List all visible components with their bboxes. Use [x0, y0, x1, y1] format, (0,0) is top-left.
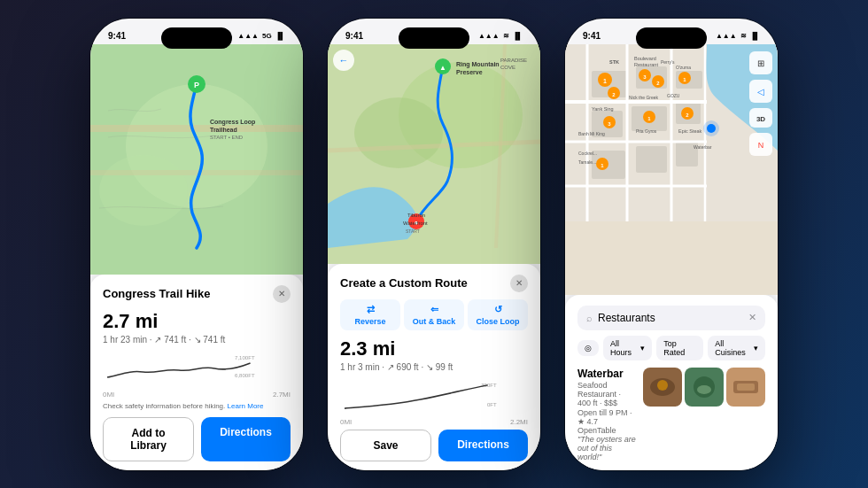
restaurant-images [643, 368, 765, 407]
svg-text:6,800FT: 6,800FT [235, 373, 255, 378]
svg-text:Nick the Greek: Nick the Greek [629, 95, 659, 100]
cuisine-filter[interactable]: All Cuisines ▾ [708, 336, 765, 360]
restaurant-map: 1 2 3 2 1 3 1 2 1 [565, 44, 778, 295]
route-header: Create a Custom Route ✕ [340, 275, 528, 292]
signal-icon-1: ▲▲▲ [237, 32, 259, 40]
svg-text:O'zuma: O'zuma [676, 65, 691, 70]
restaurant-hours-rating: Open till 9 PM · ★ 4.7 OpenTable [577, 408, 636, 435]
phone-1: 9:41 ▲▲▲ 5G ▐▌ [90, 19, 303, 470]
search-bar[interactable]: ⌕ Restaurants ✕ [577, 306, 765, 330]
svg-text:Tamale...: Tamale... [578, 159, 596, 165]
close-loop-tab[interactable]: ↺ Close Loop [468, 299, 528, 330]
close-button-2[interactable]: ✕ [510, 275, 528, 292]
safety-text-1: Check safety information before hiking. … [103, 402, 291, 410]
svg-text:Preserve: Preserve [456, 69, 483, 75]
svg-point-66 [703, 120, 719, 136]
svg-text:START: START [406, 229, 420, 234]
status-icons-2: ▲▲▲ ≋ ▐▌ [478, 32, 523, 40]
svg-text:P: P [194, 81, 199, 89]
svg-text:◁: ◁ [757, 87, 764, 97]
bottom-sheet-2: Create a Custom Route ✕ ⇄ Reverse ⇐ Out … [328, 264, 540, 470]
location-icon: ◎ [585, 344, 592, 352]
svg-text:STK: STK [609, 59, 619, 65]
custom-route-map: ▲ ● Ring Mountain Preserve Tiburon Water… [328, 44, 540, 264]
stats-display-1: 1 hr 23 min · ↗ 741 ft · ↘ 741 ft [103, 335, 291, 345]
chevron-icon-1: ▾ [640, 344, 645, 352]
result-card-waterbar[interactable]: Waterbar Seafood Restaurant · 400 ft · $… [577, 368, 765, 461]
bottom-sheet-3: ⌕ Restaurants ✕ ◎ All Hours ▾ Top Rated … [565, 295, 778, 470]
svg-text:COVE: COVE [500, 65, 515, 70]
map-svg-2: ▲ ● Ring Mountain Preserve Tiburon Water… [328, 44, 540, 248]
search-icon: ⌕ [586, 313, 593, 323]
directions-button-1[interactable]: Directions [201, 417, 291, 461]
learn-more-link[interactable]: Learn More [228, 402, 264, 410]
restaurant-name: Waterbar [577, 368, 636, 380]
add-to-library-button[interactable]: Add to Library [103, 417, 194, 461]
wifi-icon-3: ≋ [740, 32, 747, 40]
out-back-tab[interactable]: ⇐ Out & Back [404, 299, 464, 330]
chart-svg-2: 300FT 0FT [340, 379, 528, 414]
main-scene: 9:41 ▲▲▲ 5G ▐▌ [0, 0, 868, 488]
chart-svg-1: 7,100FT 6,800FT [103, 352, 291, 387]
network-icon-1: 5G [262, 32, 272, 40]
svg-text:0FT: 0FT [487, 402, 497, 407]
phone-2: 9:41 ▲▲▲ ≋ ▐▌ [328, 19, 540, 470]
restaurant-type: Seafood Restaurant · 400 ft · $$$ [577, 381, 636, 407]
out-back-icon: ⇐ [430, 304, 438, 315]
svg-text:300FT: 300FT [481, 382, 497, 387]
route-title: Create a Custom Route [340, 276, 468, 290]
svg-text:N: N [758, 141, 764, 150]
battery-icon-3: ▐▌ [750, 32, 760, 40]
svg-text:Pita Gyros: Pita Gyros [636, 128, 657, 134]
dynamic-island-3 [636, 27, 707, 49]
action-buttons-1: Add to Library Directions [103, 417, 291, 461]
svg-text:Epic Steak: Epic Steak [678, 128, 702, 134]
status-icons-1: ▲▲▲ 5G ▐▌ [237, 32, 285, 40]
signal-icon-3: ▲▲▲ [716, 32, 737, 40]
directions-button-2[interactable]: Directions [438, 430, 528, 461]
map-area-3: 1 2 3 2 1 3 1 2 1 [565, 44, 778, 295]
dynamic-island-1 [161, 27, 232, 49]
restaurant-quote: "The oysters are out of this world!" [577, 435, 636, 461]
save-button[interactable]: Save [340, 430, 431, 461]
svg-text:Cockrel...: Cockrel... [578, 151, 597, 156]
svg-text:Banh Mi King: Banh Mi King [578, 131, 605, 136]
svg-text:Restaurant: Restaurant [634, 62, 658, 67]
loop-icon: ↺ [494, 304, 502, 315]
bottom-sheet-1: Congress Trail Hike ✕ 2.7 mi 1 hr 23 min… [90, 275, 303, 470]
sheet-header-1: Congress Trail Hike ✕ [103, 285, 291, 303]
dynamic-island-2 [399, 27, 469, 49]
search-clear-button[interactable]: ✕ [748, 312, 756, 323]
hours-filter[interactable]: All Hours ▾ [603, 336, 652, 360]
svg-point-2 [99, 155, 188, 226]
food-image-1 [643, 368, 682, 407]
svg-text:Perry's: Perry's [661, 59, 675, 65]
svg-text:START • END: START • END [210, 135, 244, 140]
svg-text:▲: ▲ [439, 64, 446, 72]
trail-map-1: P Congress Loop Trailhead START • END [90, 44, 303, 275]
chart-labels-2: 0MI 2.2MI [340, 418, 528, 426]
chart-labels-1: 0MI 2.7MI [103, 391, 291, 399]
elevation-chart-1: 7,100FT 6,800FT [103, 352, 291, 387]
location-filter[interactable]: ◎ [577, 340, 599, 356]
svg-text:Congress Loop: Congress Loop [210, 119, 255, 126]
svg-text:⊞: ⊞ [757, 58, 764, 68]
svg-text:←: ← [339, 55, 349, 66]
signal-icon-2: ▲▲▲ [478, 32, 500, 40]
action-buttons-2: Save Directions [340, 430, 528, 461]
map-area-1: P Congress Loop Trailhead START • END [90, 44, 303, 275]
svg-text:Boulevard: Boulevard [634, 56, 656, 61]
search-query: Restaurants [598, 312, 743, 324]
rating-filter[interactable]: Top Rated [656, 336, 703, 360]
status-time-1: 9:41 [108, 31, 126, 41]
reverse-icon: ⇄ [367, 304, 375, 315]
status-time-3: 9:41 [583, 31, 601, 41]
food-image-3 [726, 368, 765, 407]
map-svg-3: 1 2 3 2 1 3 1 2 1 [565, 44, 778, 221]
route-tabs: ⇄ Reverse ⇐ Out & Back ↺ Close Loop [340, 299, 528, 330]
battery-icon-1: ▐▌ [275, 32, 285, 40]
reverse-tab[interactable]: ⇄ Reverse [340, 299, 400, 330]
close-button-1[interactable]: ✕ [273, 285, 291, 303]
filter-row: ◎ All Hours ▾ Top Rated All Cuisines ▾ [577, 336, 765, 360]
svg-text:Waterfront: Waterfront [403, 221, 428, 226]
